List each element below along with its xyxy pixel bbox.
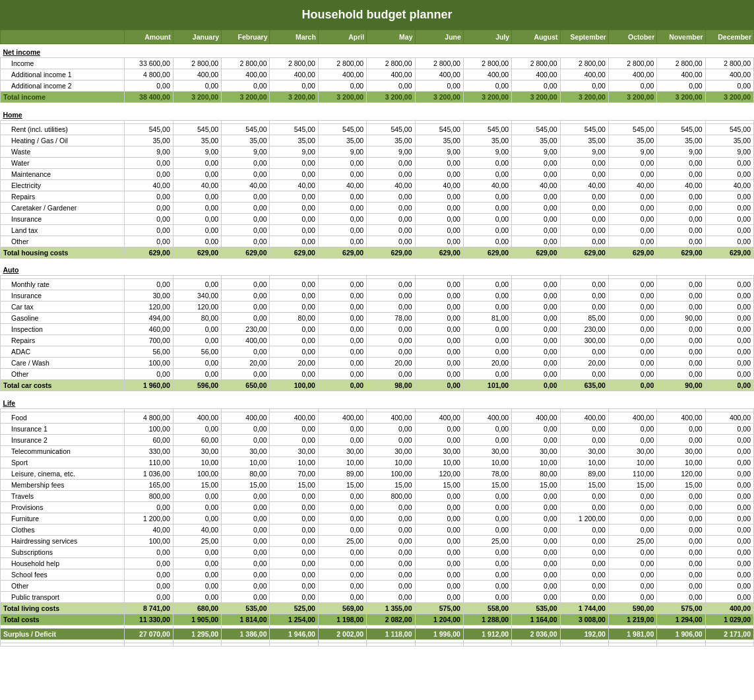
row-value: 0,00 <box>463 434 511 445</box>
row-value: 0,00 <box>512 290 560 302</box>
row-value: 15,00 <box>222 479 270 490</box>
row-value: 535,00 <box>512 602 560 614</box>
empty-cell <box>173 643 221 646</box>
row-value: 0,00 <box>270 580 318 591</box>
row-value: 40,00 <box>705 179 753 191</box>
row-value: 0,00 <box>608 80 656 92</box>
row-value: 400,00 <box>560 69 608 80</box>
row-value: 4 800,00 <box>125 69 173 80</box>
row-value: 0,00 <box>705 213 753 224</box>
row-value: 0,00 <box>512 358 560 369</box>
row-value: 0,00 <box>705 423 753 434</box>
section-header-label: Auto <box>1 262 754 276</box>
row-value: 2 800,00 <box>222 58 270 69</box>
row-value: 0,00 <box>560 157 608 168</box>
row-value: 0,00 <box>222 524 270 535</box>
row-value: 40,00 <box>657 179 705 191</box>
row-value: 20,00 <box>560 358 608 369</box>
row-value: 0,00 <box>318 157 366 168</box>
row-value: 0,00 <box>222 236 270 247</box>
row-value: 0,00 <box>318 569 366 580</box>
row-value: 629,00 <box>125 247 173 258</box>
row-value: 9,00 <box>173 146 221 157</box>
row-value: 9,00 <box>560 146 608 157</box>
row-value: 40,00 <box>608 179 656 191</box>
row-value: 0,00 <box>222 423 270 434</box>
row-value: 0,00 <box>463 191 511 202</box>
row-label: Total costs <box>1 614 125 625</box>
row-value: 10,00 <box>222 457 270 468</box>
row-value: 10,00 <box>463 457 511 468</box>
row-value: 558,00 <box>463 602 511 614</box>
row-value: 0,00 <box>608 191 656 202</box>
row-value: 1 198,00 <box>318 614 366 625</box>
row-value: 3 200,00 <box>463 92 511 103</box>
row-value: 0,00 <box>608 423 656 434</box>
row-value: 40,00 <box>222 179 270 191</box>
row-value: 0,00 <box>318 236 366 247</box>
row-value: 0,00 <box>318 324 366 335</box>
row-value: 0,00 <box>705 490 753 501</box>
row-value: 0,00 <box>270 224 318 236</box>
row-value: 0,00 <box>318 369 366 380</box>
row-value: 0,00 <box>463 490 511 501</box>
row-value: 25,00 <box>173 535 221 546</box>
row-value: 30,00 <box>415 445 463 457</box>
row-value: 30,00 <box>608 445 656 457</box>
row-value: 0,00 <box>415 302 463 313</box>
empty-cell <box>415 643 463 646</box>
col-header-amount: Amount <box>125 30 173 44</box>
row-value: 20,00 <box>463 358 511 369</box>
row-value: 0,00 <box>657 202 705 213</box>
row-label: Clothes <box>1 524 125 535</box>
row-value: 0,00 <box>512 546 560 557</box>
row-value: 0,00 <box>705 591 753 602</box>
row-value: 10,00 <box>608 457 656 468</box>
row-value: 98,00 <box>367 380 415 391</box>
row-value: 0,00 <box>415 157 463 168</box>
row-value: 0,00 <box>125 580 173 591</box>
row-value: 0,00 <box>222 490 270 501</box>
empty-cell <box>560 643 608 646</box>
col-header-apr: April <box>318 30 366 44</box>
row-value: 0,00 <box>560 236 608 247</box>
row-value: 80,00 <box>173 313 221 324</box>
row-value: 40,00 <box>560 179 608 191</box>
row-value: 100,00 <box>270 380 318 391</box>
row-value: 0,00 <box>173 213 221 224</box>
row-value: 0,00 <box>367 501 415 513</box>
row-value: 635,00 <box>560 380 608 391</box>
row-value: 1 960,00 <box>125 380 173 391</box>
row-value: 575,00 <box>657 602 705 614</box>
row-value: 0,00 <box>512 157 560 168</box>
row-value: 1 036,00 <box>125 468 173 479</box>
row-value: 0,00 <box>222 513 270 524</box>
row-value: 0,00 <box>463 501 511 513</box>
row-value: 0,00 <box>463 423 511 434</box>
row-value: 0,00 <box>608 313 656 324</box>
row-value: 0,00 <box>173 168 221 179</box>
row-value: 35,00 <box>125 135 173 146</box>
section-header-label: Net income <box>1 44 754 58</box>
col-header-sep: September <box>560 30 608 44</box>
row-value: 0,00 <box>367 369 415 380</box>
empty-cell <box>608 643 656 646</box>
row-value: 800,00 <box>367 490 415 501</box>
row-value: 2 171,00 <box>705 628 753 639</box>
table-row: Car tax120,00120,000,000,000,000,000,000… <box>1 302 754 313</box>
row-value: 0,00 <box>463 157 511 168</box>
row-value: 11 330,00 <box>125 614 173 625</box>
row-value: 0,00 <box>705 202 753 213</box>
col-header-jul: July <box>463 30 511 44</box>
row-value: 0,00 <box>125 157 173 168</box>
row-value: 110,00 <box>125 457 173 468</box>
row-value: 569,00 <box>318 602 366 614</box>
row-value: 0,00 <box>560 302 608 313</box>
row-value: 0,00 <box>463 557 511 569</box>
row-value: 230,00 <box>222 324 270 335</box>
row-value: 0,00 <box>222 290 270 302</box>
row-label: School fees <box>1 569 125 580</box>
empty-cell <box>270 643 318 646</box>
row-value: 0,00 <box>657 224 705 236</box>
table-row: Public transport0,000,000,000,000,000,00… <box>1 591 754 602</box>
